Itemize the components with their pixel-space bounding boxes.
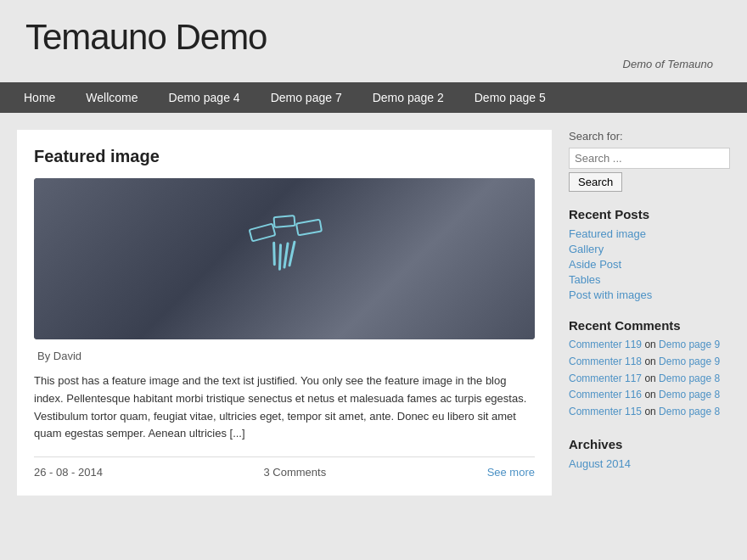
archives-list: August 2014 (569, 456, 730, 470)
recent-comment-item: Commenter 119 on Demo page 9 (569, 338, 730, 352)
spinner-graphic (233, 203, 335, 305)
site-header: Temauno Demo Demo of Temauno (0, 0, 747, 82)
nav-link[interactable]: Demo page 5 (459, 82, 561, 113)
commenter-link[interactable]: Commenter 115 (569, 406, 642, 417)
post-comments: 3 Comments (263, 466, 326, 479)
recent-comment-item: Commenter 115 on Demo page 8 (569, 405, 730, 419)
comment-page-link[interactable]: Demo page 8 (659, 406, 720, 417)
featured-image (34, 178, 535, 339)
recent-post-link[interactable]: Aside Post (569, 258, 621, 271)
recent-post-link[interactable]: Tables (569, 273, 601, 286)
commenter-link[interactable]: Commenter 116 (569, 389, 642, 400)
comment-page-link[interactable]: Demo page 9 (659, 356, 720, 367)
archives-title: Archives (569, 437, 730, 451)
archive-link[interactable]: August 2014 (569, 457, 631, 470)
recent-comment-item: Commenter 117 on Demo page 8 (569, 372, 730, 386)
post-title: Featured image (34, 147, 535, 166)
recent-comment-item: Commenter 118 on Demo page 9 (569, 355, 730, 369)
site-title: Temauno Demo (25, 17, 722, 58)
post-author: By David (34, 350, 535, 362)
commenter-link[interactable]: Commenter 117 (569, 372, 642, 384)
comment-page-link[interactable]: Demo page 9 (659, 339, 720, 350)
recent-comments-section: Recent Comments Commenter 119 on Demo pa… (569, 318, 730, 422)
recent-post-link[interactable]: Post with images (569, 288, 652, 301)
nav-link[interactable]: Wellcome (70, 82, 153, 113)
content-area: Featured image By David This post has (17, 130, 552, 496)
svg-rect-0 (250, 224, 276, 242)
commenter-link[interactable]: Commenter 119 (569, 339, 642, 350)
search-input[interactable] (569, 148, 730, 169)
svg-line-5 (284, 244, 288, 267)
nav-link[interactable]: Demo page 2 (357, 82, 459, 113)
tagline: Demo of Temauno (25, 58, 722, 74)
nav-link[interactable]: Demo page 4 (154, 82, 256, 113)
nav-list: HomeWellcomeDemo page 4Demo page 7Demo p… (8, 82, 739, 113)
see-more-link[interactable]: See more (487, 466, 535, 479)
svg-rect-2 (274, 216, 295, 227)
post-excerpt: This post has a feature image and the te… (34, 372, 535, 443)
svg-rect-1 (296, 220, 322, 236)
commenter-link[interactable]: Commenter 118 (569, 356, 642, 367)
svg-line-6 (289, 242, 295, 266)
recent-comments-list: Commenter 119 on Demo page 9Commenter 11… (569, 338, 730, 419)
recent-comments-title: Recent Comments (569, 318, 730, 333)
post-footer: 26 - 08 - 2014 3 Comments See more (34, 456, 535, 479)
recent-post-link[interactable]: Gallery (569, 243, 604, 255)
recent-comment-item: Commenter 116 on Demo page 8 (569, 388, 730, 402)
recent-posts-section: Recent Posts Featured imageGalleryAside … (569, 207, 730, 303)
search-label: Search for: (569, 130, 730, 143)
search-section: Search for: Search (569, 130, 730, 192)
main-wrapper: Featured image By David This post has (0, 113, 747, 512)
search-button[interactable]: Search (569, 172, 622, 192)
post-date: 26 - 08 - 2014 (34, 466, 103, 479)
comment-page-link[interactable]: Demo page 8 (659, 389, 720, 400)
nav-link[interactable]: Home (8, 82, 70, 113)
sidebar: Search for: Search Recent Posts Featured… (569, 130, 730, 496)
recent-posts-title: Recent Posts (569, 207, 730, 221)
nav-bar: HomeWellcomeDemo page 4Demo page 7Demo p… (0, 82, 747, 113)
recent-post-link[interactable]: Featured image (569, 227, 646, 240)
nav-link[interactable]: Demo page 7 (256, 82, 357, 113)
comment-page-link[interactable]: Demo page 8 (659, 372, 720, 384)
recent-posts-list: Featured imageGalleryAside PostTablesPos… (569, 227, 730, 301)
archives-section: Archives August 2014 (569, 437, 730, 472)
